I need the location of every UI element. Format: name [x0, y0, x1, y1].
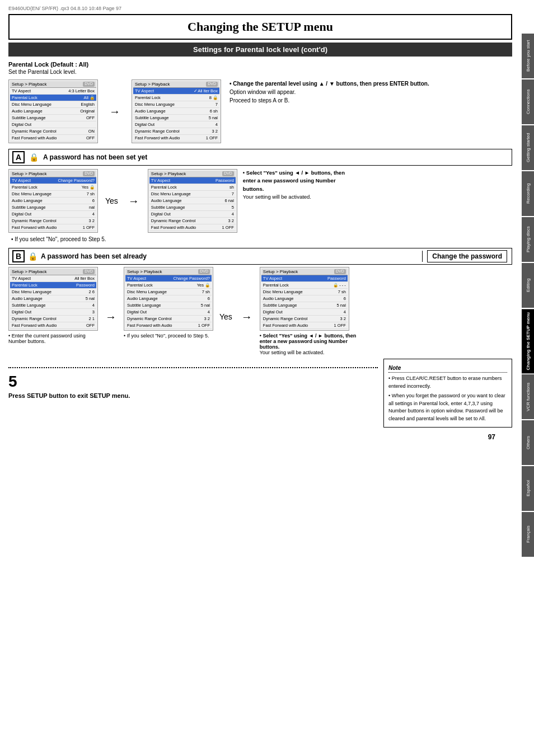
section-a-row: Setup > Playback DVD TV AspectChange Pas…: [8, 169, 512, 233]
section-b-instruction2: • If you select "No", proceed to Step 5.: [124, 333, 209, 339]
table-row: Dynamic Range Control3 2: [261, 316, 348, 322]
tab-espanol[interactable]: Español: [522, 466, 534, 511]
parental-lock-subtitle: Set the Parental Lock level.: [8, 69, 512, 75]
note-title: Note: [388, 364, 507, 373]
section-a-header: A 🔒 A password has not been set yet: [8, 149, 512, 166]
table-row: Subtitle Language5 nal: [261, 302, 348, 309]
table-row: Dynamic Range Control3 2: [10, 218, 96, 224]
tab-playing-discs[interactable]: Playing discs: [522, 217, 534, 262]
table-row: TV Aspect✓All lter Box: [133, 88, 219, 95]
table-row: Dynamic Range Control3 2: [125, 316, 212, 322]
table-row: TV AspectChange Password?: [10, 177, 96, 184]
table-row: Digital Out3: [10, 309, 96, 316]
arrow-icon: →: [109, 105, 120, 118]
note-bullet-2: • When you forget the password or you wa…: [388, 392, 507, 422]
screen-b1-block: Setup > Playback DVD TV AspectAll lter B…: [8, 267, 98, 344]
table-row: Disc Menu Language2 6: [10, 289, 96, 295]
table-row: TV AspectPassword: [149, 177, 236, 184]
table-row: Parental Lock🔒 - - -: [261, 282, 348, 289]
note-bullet-1: • Press CLEAR/C.RESET button to erase nu…: [388, 375, 507, 390]
table-row: Subtitle LanguageOFF: [10, 115, 96, 121]
table-row: Audio Language5 nal: [10, 295, 96, 302]
table-row: Subtitle Language5 nal: [133, 115, 219, 121]
screen-a-left-badge: DVD: [83, 171, 95, 176]
screen-b3-block: Setup > Playback DVD TV AspectPassword P…: [260, 267, 360, 355]
section-b-letter: B: [12, 250, 25, 262]
arrow-icon-a: →: [128, 195, 139, 208]
table-row: TV AspectAll lter Box: [10, 275, 96, 282]
table-row: TV AspectPassword: [261, 275, 348, 282]
table-row: Audio Language6: [261, 295, 348, 302]
section-b-instruction1: • Enter the current password using Numbe…: [8, 333, 98, 344]
arrow-icon-b1: →: [105, 311, 116, 323]
tab-changing-setup[interactable]: Changing the SETUP menu: [522, 309, 534, 373]
screen-a-right: Setup > Playback DVD TV AspectPassword P…: [148, 169, 237, 233]
page-number: 97: [8, 433, 495, 441]
table-row: Audio Language6 nal: [149, 198, 236, 204]
yes-label-b: Yes: [219, 312, 232, 321]
tab-francais[interactable]: Français: [522, 512, 534, 557]
table-row: Fast Forward with AudioOFF: [10, 322, 96, 329]
section-5-number: 5: [8, 373, 378, 391]
screen-a-right-title: Setup > Playback: [151, 171, 186, 176]
section-b-icon: 🔒: [28, 252, 38, 261]
table-row: Parental LockYes 🔒: [125, 282, 212, 289]
section-a-label: A password has not been set yet: [43, 153, 147, 161]
table-row: Parental Lock8 🔒: [133, 95, 219, 101]
tab-editing[interactable]: Editing: [522, 263, 534, 308]
right-tabs: Before you start Connections Getting sta…: [522, 34, 534, 557]
table-row: TV AspectChange Password?: [125, 275, 212, 282]
section-b-row: Setup > Playback DVD TV AspectAll lter B…: [8, 267, 512, 355]
section-a-note: • If you select "No", proceed to Step 5.: [11, 236, 512, 242]
table-row: Dynamic Range Control3 2: [133, 128, 219, 135]
tab-connections[interactable]: Connections: [522, 79, 534, 124]
sub-title: Settings for Parental lock level (cont'd…: [8, 43, 512, 57]
bottom-layout: 5 Press SETUP button to exit SETUP menu.…: [8, 359, 512, 428]
table-row: Audio Language6 sh: [133, 108, 219, 115]
screen-top-right-badge: DVD: [206, 82, 218, 87]
top-screens-row: Setup > Playback DVD TV Aspect4:3 Letter…: [8, 79, 512, 143]
table-row: Audio Language6: [10, 198, 96, 204]
section-b-header: B 🔒 A password has been set already Chan…: [8, 248, 512, 265]
tab-getting-started[interactable]: Getting started: [522, 125, 534, 170]
tab-others[interactable]: Others: [522, 420, 534, 465]
table-row: Disc Menu Language7 sh: [125, 289, 212, 295]
screen-top-right-title: Setup > Playback: [135, 82, 170, 87]
table-row: Disc Menu Language7: [133, 101, 219, 108]
top-instructions: • Change the parental level using ▲ / ▼ …: [229, 79, 512, 105]
table-row: Audio LanguageOriginal: [10, 108, 96, 115]
table-row: Subtitle Language5: [149, 204, 236, 211]
table-row: Fast Forward with Audio1 OFF: [125, 322, 212, 329]
table-row: Digital Out4: [125, 309, 212, 316]
screen-a-left: Setup > Playback DVD TV AspectChange Pas…: [8, 169, 98, 233]
table-row: Digital Out4: [261, 309, 348, 316]
screen-top-left-badge: DVD: [83, 82, 95, 87]
screen-b1: Setup > Playback DVD TV AspectAll lter B…: [8, 267, 98, 331]
table-row: Fast Forward with Audio1 OFF: [10, 224, 96, 231]
tab-before-you-start[interactable]: Before you start: [522, 34, 534, 78]
table-row: Subtitle Language5 nal: [125, 302, 212, 309]
table-row: Disc Menu Language7 sh: [10, 191, 96, 198]
section-b-label: A password has been set already: [41, 252, 147, 260]
section-5: 5 Press SETUP button to exit SETUP menu.: [8, 367, 378, 399]
table-row: Audio Language6: [125, 295, 212, 302]
bottom-left: 5 Press SETUP button to exit SETUP menu.: [8, 359, 378, 399]
file-info: E9460UD(EN/ SP/FR) .qx3 04.8.10 10:48 Pa…: [8, 6, 512, 11]
change-password-label: Change the password: [427, 250, 507, 262]
table-row: Digital Out: [10, 121, 96, 128]
table-row: Parental LockPassword: [10, 282, 96, 289]
table-row: Digital Out4: [133, 121, 219, 128]
table-row: Digital Out4: [149, 211, 236, 218]
table-row: Parental LockYes 🔒: [10, 184, 96, 191]
table-row: Dynamic Range Control2 1: [10, 316, 96, 322]
screen-top-left: Setup > Playback DVD TV Aspect4:3 Letter…: [8, 79, 98, 143]
table-row: Dynamic Range Control3 2: [149, 218, 236, 224]
yes-label-a: Yes: [105, 196, 118, 205]
tab-recording[interactable]: Recording: [522, 171, 534, 216]
section-5-text: Press SETUP button to exit SETUP menu.: [8, 392, 378, 399]
tab-vcr-functions[interactable]: VCR functions: [522, 374, 534, 419]
table-row: Dynamic Range ControlON: [10, 128, 96, 135]
arrow-icon-b2: →: [241, 311, 252, 323]
screen-top-left-title: Setup > Playback: [12, 82, 46, 87]
table-row: TV Aspect4:3 Letter Box: [10, 88, 96, 95]
